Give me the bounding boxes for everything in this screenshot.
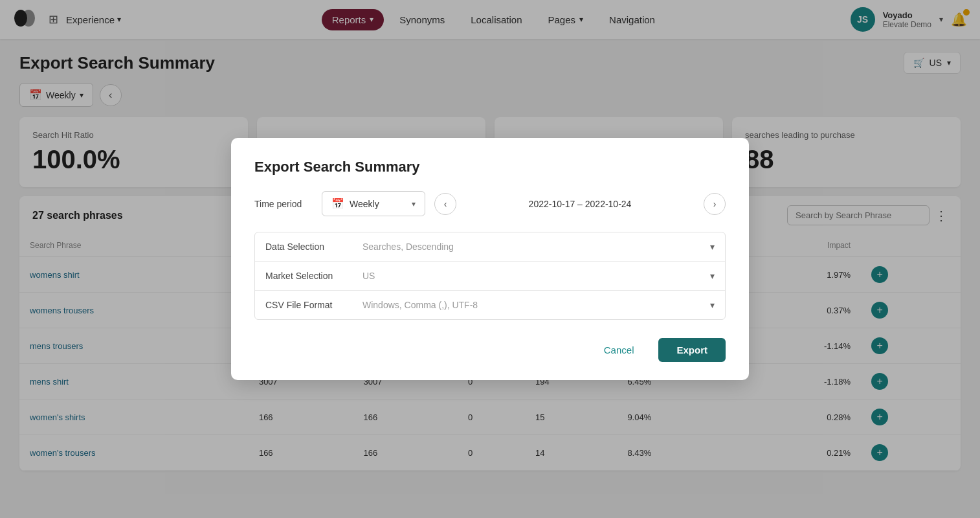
time-period-label: Time period	[254, 199, 313, 209]
modal-overlay[interactable]: Export Search Summary Time period 📅 Week…	[0, 0, 980, 518]
data-selection-row[interactable]: Data Selection Searches, Descending ▾	[255, 232, 725, 262]
data-selection-chevron-icon: ▾	[710, 242, 715, 252]
data-selection-value: Searches, Descending	[362, 242, 710, 252]
modal-title: Export Search Summary	[254, 159, 726, 175]
cancel-button[interactable]: Cancel	[588, 338, 650, 362]
modal-period-chevron-icon: ▾	[412, 199, 416, 208]
modal-prev-arrow[interactable]: ‹	[434, 193, 456, 215]
csv-format-row[interactable]: CSV File Format Windows, Comma (,), UTF-…	[255, 291, 725, 319]
export-options: Data Selection Searches, Descending ▾ Ma…	[254, 232, 726, 320]
modal-period-value: Weekly	[350, 199, 379, 209]
modal-next-arrow[interactable]: ›	[704, 193, 726, 215]
data-selection-label: Data Selection	[265, 242, 362, 252]
time-period-row: Time period 📅 Weekly ▾ ‹ 2022-10-17 – 20…	[254, 191, 726, 216]
csv-format-label: CSV File Format	[265, 300, 362, 310]
market-selection-chevron-icon: ▾	[710, 271, 715, 281]
csv-format-value: Windows, Comma (,), UTF-8	[362, 300, 710, 310]
export-button[interactable]: Export	[658, 338, 726, 362]
modal-period-dropdown[interactable]: 📅 Weekly ▾	[322, 191, 425, 216]
market-selection-label: Market Selection	[265, 271, 362, 281]
modal-footer: Cancel Export	[254, 338, 726, 362]
export-modal: Export Search Summary Time period 📅 Week…	[231, 138, 749, 380]
csv-format-chevron-icon: ▾	[710, 300, 715, 310]
modal-calendar-icon: 📅	[331, 197, 344, 210]
date-range: 2022-10-17 – 2022-10-24	[465, 199, 695, 209]
market-selection-value: US	[362, 271, 710, 281]
market-selection-row[interactable]: Market Selection US ▾	[255, 262, 725, 291]
